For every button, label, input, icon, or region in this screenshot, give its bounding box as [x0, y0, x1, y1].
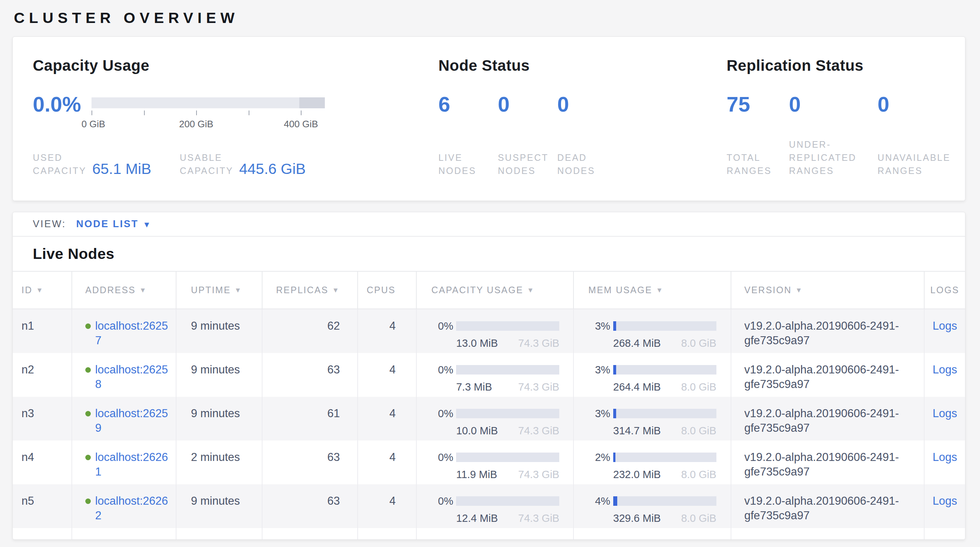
sort-icon: ▼ — [656, 286, 663, 294]
node-id: n2 — [13, 353, 72, 397]
total-ranges-label: TOTAL RANGES — [727, 151, 789, 177]
live-nodes-card: VIEW: NODE LIST ▾ Live Nodes ID ▼ ADDRES… — [13, 212, 966, 540]
under-replicated-ranges-label: UNDER-REPLICATED RANGES — [789, 138, 878, 177]
mem-meter — [613, 365, 716, 375]
mem-used: 314.7 MiB — [613, 423, 661, 438]
axis-label-0: 0 GiB — [82, 119, 105, 130]
sort-icon: ▼ — [527, 286, 535, 294]
table-row: n3 localhost:26259 9 minutes 61 4 0% — [13, 397, 965, 440]
mem-used: 264.4 MiB — [613, 380, 661, 394]
node-address-cell: localhost:26257 — [72, 309, 177, 353]
node-logs-cell: Logs — [924, 484, 965, 528]
node-logs-cell: Logs — [924, 397, 965, 440]
node-replicas: 62 — [262, 309, 358, 353]
used-capacity-label: USED CAPACITY — [33, 151, 92, 177]
capacity-usage-section: Capacity Usage 0.0% — [33, 57, 438, 200]
capacity-pct: 0% — [431, 450, 453, 464]
mem-total: 8.0 GiB — [681, 380, 716, 394]
node-address-link[interactable]: localhost:26259 — [95, 406, 171, 436]
node-cpus: 4 — [358, 440, 417, 484]
node-version-cell: v19.2.0-alpha.20190606-2491-gfe735c9a97 — [731, 484, 925, 528]
node-capacity-usage-cell: 0% 7.3 MiB 74.3 GiB — [417, 353, 574, 397]
col-header-uptime[interactable]: UPTIME ▼ — [177, 272, 263, 308]
capacity-meter — [456, 409, 559, 418]
mem-pct: 3% — [589, 363, 610, 377]
live-nodes-stat: 6 LIVE NODES — [438, 93, 498, 177]
capacity-meter — [456, 365, 559, 375]
capacity-total: 74.3 GiB — [518, 336, 559, 350]
cluster-summary-card: Capacity Usage 0.0% — [13, 37, 966, 201]
usable-capacity-value: 445.6 GiB — [239, 161, 305, 177]
node-logs-cell: Logs — [924, 353, 965, 397]
node-mem-usage-cell: 3% 264.4 MiB 8.0 GiB — [574, 353, 731, 397]
view-selector-dropdown[interactable]: NODE LIST ▾ — [76, 218, 149, 230]
suspect-nodes-label: SUSPECT NODES — [498, 151, 557, 177]
logs-link[interactable]: Logs — [932, 451, 957, 463]
capacity-total: 74.3 GiB — [518, 380, 559, 394]
node-address-cell: localhost:26261 — [72, 440, 177, 484]
capacity-total: 74.3 GiB — [518, 467, 559, 482]
view-bar: VIEW: NODE LIST ▾ — [13, 212, 965, 237]
node-uptime: 9 minutes — [177, 353, 263, 397]
col-header-version[interactable]: VERSION ▼ — [731, 272, 925, 308]
chevron-down-icon: ▾ — [145, 221, 149, 228]
node-address-link[interactable]: localhost:26262 — [95, 494, 171, 523]
node-cpus: 4 — [358, 484, 417, 528]
mem-total: 8.0 GiB — [681, 423, 716, 438]
logs-link[interactable]: Logs — [932, 363, 957, 376]
node-mem-usage-cell: 4% 329.6 MiB 8.0 GiB — [574, 484, 731, 528]
table-header-row: ID ▼ ADDRESS ▼ UPTIME ▼ REPLICAS ▼ CPUS … — [13, 271, 965, 309]
live-nodes-label: LIVE NODES — [438, 151, 498, 177]
node-version-cell: v19.2.0-alpha.20190606-2491-gfe735c9a97 — [731, 440, 925, 484]
node-capacity-usage-cell: 0% 10.0 MiB 74.3 GiB — [417, 397, 574, 440]
node-version: v19.2.0-alpha.20190606-2491-gfe735c9a97 — [745, 494, 916, 523]
capacity-axis-labels: 0 GiB 200 GiB 400 GiB — [92, 119, 325, 129]
node-address-cell: localhost:26258 — [72, 353, 177, 397]
sort-icon: ▼ — [139, 286, 147, 294]
sort-icon: ▼ — [332, 286, 340, 294]
mem-total: 8.0 GiB — [681, 336, 716, 350]
total-ranges-stat: 75 TOTAL RANGES — [727, 93, 789, 177]
col-header-capacity-usage[interactable]: CAPACITY USAGE ▼ — [417, 272, 574, 308]
live-status-dot — [85, 498, 91, 504]
mem-meter — [613, 409, 716, 418]
logs-link[interactable]: Logs — [932, 407, 957, 420]
capacity-used: 10.0 MiB — [456, 423, 498, 438]
logs-link[interactable]: Logs — [932, 320, 957, 332]
node-replicas: 63 — [262, 440, 358, 484]
node-version: v19.2.0-alpha.20190606-2491-gfe735c9a97 — [745, 319, 916, 348]
dead-nodes-label: DEAD NODES — [557, 151, 630, 177]
node-address-link[interactable]: localhost:26257 — [95, 319, 171, 348]
logs-link[interactable]: Logs — [932, 495, 957, 507]
view-label: VIEW: — [33, 218, 66, 230]
replication-status-title: Replication Status — [727, 57, 965, 75]
usable-capacity-label: USABLE CAPACITY — [180, 151, 239, 177]
used-capacity-value: 65.1 MiB — [92, 161, 151, 177]
col-header-id[interactable]: ID ▼ — [13, 272, 72, 308]
axis-label-400: 400 GiB — [284, 119, 318, 130]
node-version-cell: v19.2.0-alpha.20190606-2491-gfe735c9a97 — [731, 353, 925, 397]
node-status-title: Node Status — [438, 57, 727, 75]
node-address-link[interactable]: localhost:26261 — [95, 450, 171, 479]
mem-pct: 4% — [589, 494, 610, 508]
node-capacity-usage-cell: 0% 13.0 MiB 74.3 GiB — [417, 309, 574, 353]
node-address-link[interactable]: localhost:26258 — [95, 363, 171, 392]
used-capacity-stat: USED CAPACITY 65.1 MiB — [33, 151, 180, 177]
capacity-bar — [92, 97, 325, 108]
sort-icon: ▼ — [795, 286, 803, 294]
unavailable-ranges-label: UNAVAILABLE RANGES — [878, 151, 965, 177]
capacity-used: 13.0 MiB — [456, 336, 498, 350]
node-status-section: Node Status 6 LIVE NODES 0 SUSPECT NODES… — [438, 57, 727, 200]
capacity-bar-chart: 0 GiB 200 GiB 400 GiB — [92, 93, 325, 129]
node-logs-cell: Logs — [924, 309, 965, 353]
mem-pct: 2% — [589, 450, 610, 464]
unavailable-ranges-value: 0 — [878, 93, 965, 116]
col-header-address[interactable]: ADDRESS ▼ — [72, 272, 177, 308]
col-header-mem-usage[interactable]: MEM USAGE ▼ — [574, 272, 731, 308]
axis-label-200: 200 GiB — [179, 119, 213, 130]
live-nodes-value: 6 — [438, 93, 498, 116]
node-uptime: 9 minutes — [177, 484, 263, 528]
table-row: n5 localhost:26262 9 minutes 63 4 0% — [13, 484, 965, 528]
col-header-replicas[interactable]: REPLICAS ▼ — [262, 272, 358, 308]
node-logs-cell: Logs — [924, 440, 965, 484]
